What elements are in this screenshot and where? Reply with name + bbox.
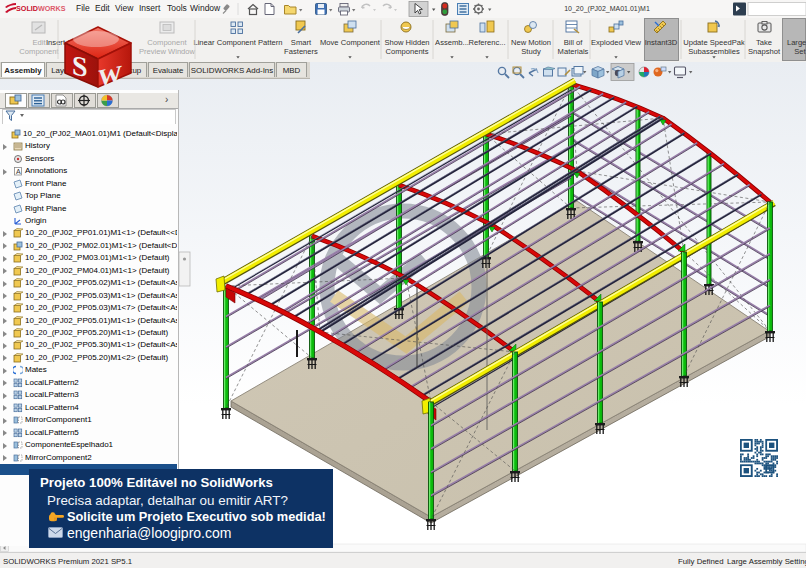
svg-text:W: W	[98, 60, 122, 90]
svg-text:S: S	[72, 49, 88, 83]
svg-text:A: A	[16, 168, 21, 175]
svg-text:SOLIDWORKS: SOLIDWORKS	[16, 4, 66, 13]
